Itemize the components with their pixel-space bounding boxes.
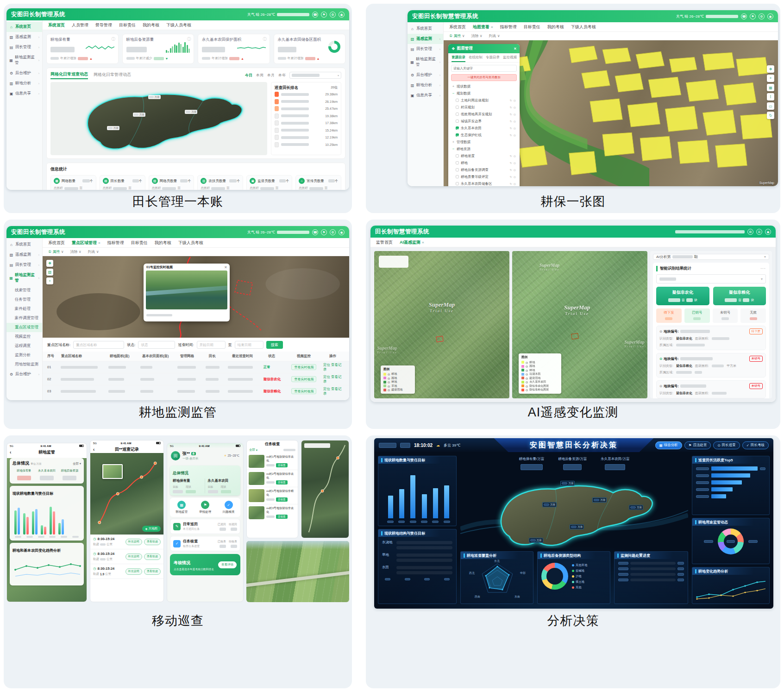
tab-home[interactable]: 系统首页 <box>449 24 466 30</box>
checkbox[interactable] <box>456 99 459 102</box>
tile-nongrain[interactable]: 疑似非粮化亩块 <box>713 287 766 305</box>
ai-filter-select[interactable]: ▾ <box>656 274 766 283</box>
view-live-video-button[interactable]: 查看实时视频 <box>291 388 316 394</box>
table-row[interactable]: 02疑似非农化查看实时视频定位 查看记录 <box>43 373 349 385</box>
task-item[interactable]: xx村2号地块疑似非农化去核查 <box>247 470 298 487</box>
ai-period-select[interactable]: AI分析第期▾ <box>653 254 769 260</box>
satellite-map[interactable]: ❖ ▧ + 01号监控实时视频× <box>43 256 349 338</box>
tab-myexam[interactable]: 我的考核 <box>547 24 564 30</box>
tab-staff[interactable]: 人员管理 <box>72 22 88 28</box>
refresh-icon[interactable]: ↻ <box>510 168 512 171</box>
filter-today[interactable]: 今日 <box>245 73 252 78</box>
tab-key-regions[interactable]: 重点区域管理× <box>72 240 100 246</box>
big-map-button[interactable]: ◈大地图 <box>142 526 161 532</box>
layer-item[interactable]: 永久基本农田储备区↻◎ <box>448 180 520 186</box>
tab-online-draw[interactable]: 在线绘制 <box>469 55 483 62</box>
power-icon[interactable]: ◉ <box>339 229 345 235</box>
parcel-item[interactable]: ⊙地块编号:未销号 识别类型:疑似非粮化图斑面积:平方米 所属区域: <box>656 353 766 377</box>
note-button[interactable]: 补充说明 <box>125 554 142 560</box>
region-select[interactable]: ▾ <box>289 72 341 79</box>
tab-target[interactable]: 目标责任 <box>524 24 540 30</box>
task-item[interactable]: xx村3号地块疑似非农化去核查 <box>247 504 298 521</box>
dashboard-3d-map[interactable]: 万亩 万亩 万亩 万亩 万亩 万亩 <box>460 473 688 548</box>
tree-group-current[interactable]: +现状数据 <box>448 83 520 90</box>
rect-select-tool[interactable]: ▭ <box>767 102 774 110</box>
track-entry[interactable]: ◷8:30-15:24轨迹公里 补充说明 查看轨迹 <box>90 535 163 549</box>
go-check-button[interactable]: 去核查 <box>276 480 288 484</box>
nav-comprehensive[interactable]: ▦综合分析 <box>655 441 682 449</box>
bell-icon[interactable]: ⚑ <box>750 13 756 19</box>
eye-icon[interactable]: ◎ <box>514 182 516 185</box>
sidebar-item-share[interactable]: ▣信息共享› <box>6 88 42 99</box>
tab-video[interactable]: 监控视频 <box>503 55 517 62</box>
list-tool[interactable]: 列表 ∨ <box>88 249 99 254</box>
search-button[interactable]: 搜索 <box>266 341 283 349</box>
sidebar-item-remote[interactable]: ▧遥感监测› <box>6 250 42 260</box>
refresh-icon[interactable]: ↻ <box>510 175 512 178</box>
clear-tool[interactable]: 清除 ∨ <box>471 33 483 38</box>
satellite-before-image[interactable]: SuperMapTrial Use SuperMapTrial Use 图例 ◎… <box>374 251 509 398</box>
sidebar-sub-smart[interactable]: 用地智能监测 <box>6 360 42 369</box>
table-row[interactable]: 03疑似非粮化查看实时视频定位 查看记录 <box>43 385 349 397</box>
info-icon[interactable]: ⓘ <box>112 37 115 42</box>
ranking-row[interactable]: 15.24km <box>275 127 338 134</box>
tab-indicators[interactable]: 指标管理 <box>500 24 517 30</box>
more-icon[interactable]: ··· <box>761 266 766 271</box>
close-tab-icon[interactable]: × <box>491 25 493 29</box>
eye-icon[interactable]: ◎ <box>514 113 516 116</box>
go-check-button[interactable]: 去核查 <box>276 497 288 502</box>
checkbox[interactable] <box>456 120 459 123</box>
sidebar-item-chiefs[interactable]: ▤田长管理› <box>6 260 42 270</box>
nav-assessment[interactable]: ✓田长考核 <box>742 441 769 449</box>
start-date-input[interactable] <box>197 341 226 349</box>
layers-tool[interactable]: ❖ <box>46 260 53 267</box>
parcel-item[interactable]: ⊙地块编号:未销号 识别类型:疑似非农化图斑面积: <box>656 380 766 398</box>
scope-select[interactable]: 全部 ▾ <box>73 462 81 466</box>
split-tool[interactable]: ▧ <box>46 269 53 276</box>
layer-item[interactable]: 城镇开发边界↻◎ <box>448 118 520 125</box>
go-check-button[interactable]: 去核查 <box>276 515 288 519</box>
list-tool[interactable]: 列表 ∨ <box>489 33 500 38</box>
tab-supervise[interactable]: 督导管理 <box>95 22 112 28</box>
bell-icon[interactable]: ⚑ <box>321 12 327 18</box>
locate-link[interactable]: 定位 <box>323 375 330 379</box>
checkbox-checked[interactable] <box>456 133 459 137</box>
ranking-row[interactable]: 19.38km <box>275 113 338 120</box>
chip-open[interactable]: 未销号 <box>713 308 738 323</box>
zoom-in-tool[interactable]: + <box>46 277 53 284</box>
ranking-row[interactable]: 25.47km <box>275 105 338 113</box>
task-filter[interactable]: 全部 ▾ <box>247 447 298 453</box>
identify-tool[interactable]: Ⅰ <box>767 93 774 101</box>
sidebar-sub-analysis[interactable]: 监测分析 <box>6 351 42 360</box>
tab-indicators[interactable]: 指标管理 <box>107 240 124 246</box>
sidebar-item-home[interactable]: ⌂系统首页 <box>408 24 443 34</box>
tree-group-planning[interactable]: −规划数据 <box>448 90 520 97</box>
gear-icon[interactable]: ⚙ <box>759 13 765 19</box>
phone-icon[interactable]: ☎ <box>312 229 318 235</box>
sidebar-item-remote[interactable]: ▧遥感监测› <box>6 32 42 42</box>
tab-ai-remote[interactable]: AI遥感监测× <box>400 239 424 245</box>
attribute-tool[interactable]: ① 属性 ∨ <box>48 249 64 254</box>
layer-item[interactable]: 低效用地再开发规划↻◎ <box>448 111 520 118</box>
view-details-button[interactable]: 查看详情 <box>218 561 237 568</box>
sidebar-sub-key-regions[interactable]: 重点区域管理 <box>6 323 42 332</box>
attribute-tool[interactable]: ① 属性 ∨ <box>449 33 465 38</box>
eye-icon[interactable]: ◎ <box>514 133 516 137</box>
sidebar-sub-video[interactable]: 视频监控 <box>6 332 42 341</box>
go-check-button[interactable]: 去核查 <box>276 463 288 467</box>
checkbox[interactable] <box>456 161 459 164</box>
power-icon[interactable]: ◉ <box>767 13 773 19</box>
chip-invalid[interactable]: 无效 <box>740 308 766 323</box>
sidebar-item-admin[interactable]: ⚙后台维护› <box>408 70 443 80</box>
ranking-row[interactable]: 10.25km <box>275 141 338 149</box>
task-item[interactable]: xx村1号地块疑似非农化去核查 <box>247 453 298 470</box>
map-tab-inspection[interactable]: 网格化日常巡查动态 <box>50 71 88 79</box>
eye-icon[interactable]: ◎ <box>514 175 516 178</box>
checkbox[interactable] <box>456 168 459 171</box>
eye-icon[interactable]: ◎ <box>514 99 516 102</box>
chip-closed[interactable]: 已销号 <box>684 308 710 323</box>
checkbox-checked[interactable] <box>456 126 459 130</box>
chip-pending[interactable]: 待下发 <box>656 308 682 323</box>
task-item[interactable]: xx村1号地块疑似非粮化去核查 <box>247 487 298 504</box>
grid-icon[interactable]: ⊞ <box>747 229 753 235</box>
